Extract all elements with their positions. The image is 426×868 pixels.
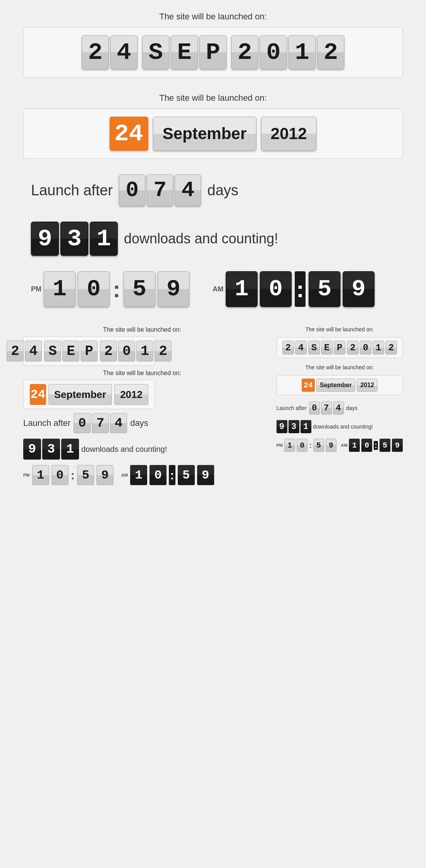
flip-days-1: 0 [119, 174, 145, 206]
launch-suffix: days [207, 182, 238, 199]
bottom-left-date1: 2 4 S E P 2 0 1 2 [23, 336, 155, 366]
flip-day-1: 2 [82, 35, 109, 69]
br-m1: S [308, 341, 320, 355]
downloads-tile-group: 9 3 1 [31, 222, 118, 256]
bl-dl-3: 1 [61, 439, 79, 460]
flip-dl-3: 1 [90, 222, 118, 256]
colon-dark: : [295, 271, 306, 307]
br-launch-label: Launch after [277, 405, 307, 411]
bl-colon-dark: : [169, 465, 175, 485]
bl-flip-month-2: E [62, 341, 79, 362]
flip-hour-2-gray: 0 [78, 271, 110, 307]
flip-dl-2: 3 [60, 222, 88, 256]
bl-launch-suffix: days [130, 418, 148, 428]
section1-date-box: 2 4 S E P 2 0 1 2 [23, 27, 403, 78]
bl-flip-month-3: P [81, 341, 98, 362]
bottom-right-col: The site will be launched on: 2 4 S E P … [277, 326, 403, 452]
flip-days-3: 4 [175, 174, 201, 206]
bl-flip-month-1: S [44, 341, 61, 362]
flip-year-1: 2 [231, 35, 258, 69]
bl-flip-year-2: 0 [118, 341, 135, 362]
bottom-left-date2: 24 September 2012 [23, 380, 155, 409]
section1-month-group: S E P [142, 35, 227, 69]
flip-day-orange: 24 [110, 117, 148, 151]
bl-pm: PM [23, 473, 30, 477]
bl-year-group: 2 0 1 2 [100, 341, 172, 362]
bl-tm2-dark: 9 [197, 465, 214, 485]
bl-dl-text: downloads and counting! [81, 445, 167, 454]
flip-min-1-dark: 5 [309, 271, 340, 307]
bl-flip-day-orange: 24 [30, 384, 46, 405]
bl-tm1: 5 [77, 465, 94, 485]
section2-date-box: 24 September 2012 [23, 108, 403, 159]
bl-month-group: S E P [44, 341, 98, 362]
br-tm1: 5 [313, 439, 324, 452]
bl-am: AM [121, 473, 128, 477]
bl-days-1: 0 [74, 413, 91, 433]
bottom-left-label2: The site will be launched on: [23, 370, 261, 377]
section-1-date-gray: The site will be launched on: 2 4 S E P … [23, 12, 403, 78]
bl-th1-dark: 1 [130, 465, 147, 485]
bl-days-2: 7 [92, 413, 109, 433]
flip-month-text: September [153, 117, 256, 151]
time-gray-group: PM 1 0 : 5 9 [31, 271, 189, 307]
flip-year-text: 2012 [261, 117, 316, 151]
br-dl-text: downloads and counting! [313, 424, 373, 430]
flip-days-2: 7 [147, 174, 173, 206]
colon-gray: : [113, 276, 120, 303]
days-tile-group: 0 7 4 [119, 174, 201, 206]
br-dl2: 3 [289, 420, 299, 433]
br-y1: 2 [347, 341, 359, 355]
bl-th2-dark: 0 [149, 465, 167, 485]
flip-month-2: E [171, 35, 198, 69]
br-date2: 24 September 2012 [277, 375, 403, 395]
bl-flip-day-2: 4 [25, 341, 42, 362]
flip-year-3: 1 [289, 35, 316, 69]
flip-year-2: 0 [260, 35, 287, 69]
br-y2: 0 [360, 341, 371, 355]
br-th1-dark: 1 [349, 439, 360, 452]
br-month-text: September [316, 379, 356, 392]
br-dl3: 1 [301, 420, 311, 433]
section2-label: The site will be launched on: [23, 93, 403, 103]
bl-day-group: 2 4 [7, 341, 42, 362]
flip-min-2-gray: 9 [158, 271, 189, 307]
bl-tm2: 9 [96, 465, 113, 485]
br-days-label: days [346, 405, 358, 411]
bl-colon-gray: : [71, 468, 75, 482]
time-dark-group: AM 1 0 : 5 9 [213, 271, 374, 307]
br-d1: 2 [282, 341, 294, 355]
section1-label: The site will be launched on: [23, 12, 403, 22]
br-launch: Launch after 0 7 4 days [277, 401, 403, 415]
br-y3: 1 [373, 341, 384, 355]
flip-year-4: 2 [317, 35, 344, 69]
flip-min-2-dark: 9 [343, 271, 374, 307]
bl-tm1-dark: 5 [178, 465, 195, 485]
br-downloads: 9 3 1 downloads and counting! [277, 420, 403, 433]
flip-month-1: S [142, 35, 169, 69]
br-year-text: 2012 [357, 379, 378, 392]
flip-hour-2-dark: 0 [260, 271, 292, 307]
br-am: AM [341, 443, 347, 448]
bl-dl-group: 9 3 1 [23, 439, 79, 460]
br-date1: 2 4 S E P 2 0 1 2 [277, 337, 403, 358]
bottom-left-col: The site will be launched on: 2 4 S E P … [23, 326, 261, 485]
pm-label: PM [31, 285, 41, 293]
bl-launch-prefix: Launch after [23, 418, 70, 428]
br-day-orange: 24 [302, 379, 315, 392]
flip-min-1-gray: 5 [124, 271, 155, 307]
br-th2: 0 [297, 439, 307, 452]
bottom-row: The site will be launched on: 2 4 S E P … [23, 326, 403, 485]
flip-day-2: 4 [110, 35, 137, 69]
bl-th2: 0 [52, 465, 69, 485]
bottom-left-time: PM 1 0 : 5 9 AM 1 0 : 5 9 [23, 465, 261, 485]
br-colon-dark: : [374, 441, 378, 450]
br-th2-dark: 0 [361, 439, 372, 452]
section-2-date-orange: The site will be launched on: 24 Septemb… [23, 93, 403, 159]
bl-flip-day-1: 2 [7, 341, 24, 362]
bl-flip-year-1: 2 [100, 341, 117, 362]
launch-prefix: Launch after [31, 182, 113, 199]
bottom-left-downloads: 9 3 1 downloads and counting! [23, 439, 261, 460]
br-m2: E [321, 341, 333, 355]
section1-day-group: 2 4 [82, 35, 137, 69]
